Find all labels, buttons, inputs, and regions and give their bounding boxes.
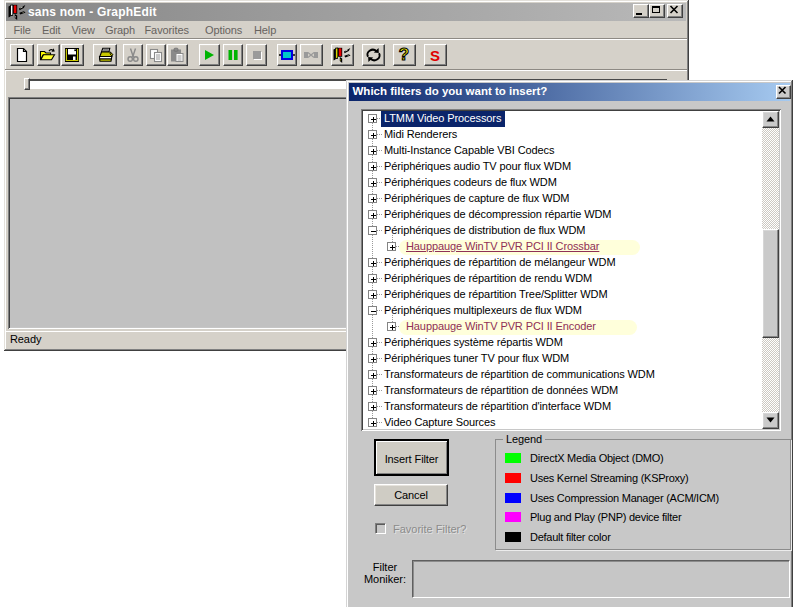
svg-text:?: ? <box>399 47 409 63</box>
svg-text:S: S <box>430 47 440 63</box>
